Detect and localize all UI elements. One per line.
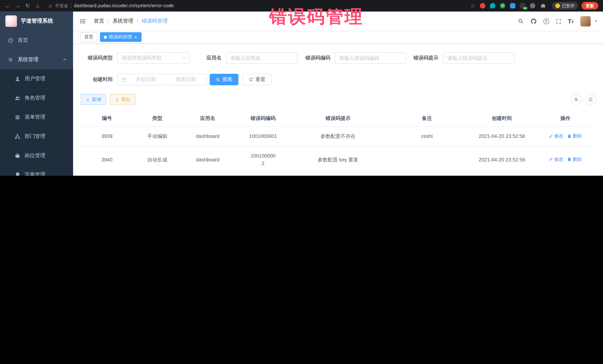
address-bar[interactable]: 不安全 dashboard.yudao.iocoder.cn/system/er…: [48, 3, 174, 9]
delete-link[interactable]: 删除: [567, 132, 582, 139]
error-code-input[interactable]: [335, 52, 406, 64]
add-button[interactable]: 新增: [81, 94, 106, 105]
col-time: 创建时间: [469, 110, 534, 127]
url-text: dashboard.yudao.iocoder.cn/system/error-…: [74, 3, 174, 9]
app-name-input[interactable]: [226, 52, 298, 64]
col-code: 错误码编码: [234, 110, 291, 127]
delete-link[interactable]: 删除: [567, 156, 582, 163]
extension-icon[interactable]: [490, 3, 495, 9]
error-type-select[interactable]: 请选择错误码类型: [117, 52, 190, 64]
dashboard-icon: [8, 37, 13, 43]
extensions-puzzle-icon[interactable]: [540, 3, 546, 9]
edit-icon: [549, 157, 553, 161]
browser-forward-icon[interactable]: [13, 1, 22, 10]
col-message: 错误码提示: [291, 110, 385, 127]
sidebar-item-dict[interactable]: 字典管理: [0, 165, 73, 176]
sidebar-item-post[interactable]: 岗位管理: [0, 146, 73, 165]
filter-label-create-time: 创建时间: [92, 76, 117, 83]
header-search-icon[interactable]: [517, 18, 524, 24]
font-size-icon[interactable]: [568, 18, 574, 24]
filter-label-app-name: 应用名: [206, 55, 226, 61]
cell-code: 100100000 3: [234, 173, 291, 176]
paused-badge[interactable]: 已暂停: [552, 2, 578, 10]
browser-reload-icon[interactable]: [23, 1, 32, 10]
table-row: 3940自动生成dashboard100100000 2参数配置 key 重复2…: [80, 146, 596, 173]
fullscreen-icon[interactable]: [556, 18, 561, 24]
sidebar-item-label: 字典管理: [25, 171, 46, 176]
refresh-icon: [588, 97, 593, 102]
cell-code: 1001000001: [234, 127, 291, 146]
sidebar-item-role[interactable]: 角色管理: [0, 88, 73, 108]
address-divider: [71, 3, 71, 8]
not-secure-warning-icon: [48, 3, 52, 8]
cell-type: 自动生成: [134, 173, 181, 176]
cell-app: dashboard: [181, 146, 234, 173]
extension-icon[interactable]: [520, 3, 525, 9]
extension-icon[interactable]: [500, 3, 505, 9]
cell-remark: ceshi: [385, 127, 469, 146]
filter-label-error-message: 错误码提示: [412, 55, 443, 61]
menu-icon: [15, 114, 20, 120]
search-icon: [574, 97, 578, 102]
export-button[interactable]: 导出: [110, 94, 135, 105]
error-message-input[interactable]: [443, 52, 515, 64]
submenu-system: 用户管理角色管理菜单管理部门管理岗位管理字典管理通知公告审计日志在线用户短信管理…: [0, 69, 73, 176]
logo-image: [5, 15, 17, 27]
user-avatar[interactable]: [580, 16, 591, 26]
filter-label-error-code: 错误码编码: [304, 55, 335, 61]
active-tag-dot: [104, 36, 107, 39]
sidebar-item-dept[interactable]: 部门管理: [0, 127, 73, 146]
browser-home-icon[interactable]: [33, 1, 42, 10]
breadcrumb-system[interactable]: 系统管理: [113, 18, 133, 24]
profile-emoji-icon: [555, 3, 560, 8]
calendar-icon: [122, 77, 127, 82]
breadcrumb-current: 错误码管理: [142, 18, 168, 24]
reset-button[interactable]: 重置: [243, 74, 271, 85]
browser-back-icon[interactable]: [3, 1, 12, 10]
cell-id: 3941: [80, 173, 134, 176]
briefcase-icon: [15, 153, 20, 158]
cell-id: 3940: [80, 146, 134, 173]
avatar-caret-down-icon[interactable]: [594, 19, 598, 23]
tag-error-code[interactable]: 错误码管理: [100, 32, 141, 42]
cell-message: 不能删除类型为系统内置的参数配置: [291, 173, 385, 176]
cell-actions: 修改删除: [534, 173, 596, 176]
tag-home[interactable]: 首页: [80, 32, 97, 42]
breadcrumb-home[interactable]: 首页: [94, 18, 104, 24]
toggle-search-button[interactable]: [571, 94, 581, 105]
browser-update-button[interactable]: 更新: [581, 2, 598, 10]
edit-link[interactable]: 修改: [549, 156, 564, 163]
table-toolbar: 新增 导出: [80, 94, 596, 105]
cell-time: 2021-04-20 23:52:56: [469, 146, 534, 173]
extension-icon[interactable]: [530, 3, 535, 9]
browser-toolbar: 不安全 dashboard.yudao.iocoder.cn/system/er…: [0, 0, 603, 11]
sidebar-item-home[interactable]: 首页: [0, 31, 73, 50]
date-range-picker[interactable]: 开始日期 - 结束日期: [117, 74, 207, 85]
bookmark-star-icon[interactable]: [471, 3, 475, 9]
cell-app: dashboard: [181, 127, 234, 146]
sidebar-item-label: 角色管理: [25, 95, 46, 101]
sidebar-item-user[interactable]: 用户管理: [0, 69, 73, 88]
cell-type: 手动编辑: [134, 127, 181, 146]
extension-icon[interactable]: [480, 3, 485, 9]
table-row: 3939手动编辑dashboard1001000001参数配置不存在ceshi2…: [80, 127, 596, 146]
sidebar-fold-icon[interactable]: [80, 18, 86, 24]
refresh-table-button[interactable]: [585, 94, 596, 105]
tag-close-icon[interactable]: [134, 35, 138, 39]
extension-icon[interactable]: [510, 3, 515, 9]
security-label: 不安全: [55, 3, 68, 9]
edit-link[interactable]: 修改: [549, 132, 564, 139]
filter-row-1: 错误码类型 请选择错误码类型 应用名 错误码编码 错误码提示: [80, 52, 596, 64]
sidebar-menu: 首页系统管理用户管理角色管理菜单管理部门管理岗位管理字典管理通知公告审计日志在线…: [0, 31, 73, 176]
cell-type: 自动生成: [134, 146, 181, 173]
github-icon[interactable]: [530, 18, 537, 24]
search-button[interactable]: 搜索: [210, 74, 238, 85]
sidebar-item-label: 首页: [18, 37, 28, 44]
user-icon: [15, 76, 20, 82]
sidebar-item-system[interactable]: 系统管理: [0, 50, 73, 69]
help-icon[interactable]: [543, 18, 549, 24]
cell-id: 3939: [80, 127, 134, 146]
app-logo: 芋道管理系统: [0, 11, 73, 31]
breadcrumb: 首页 / 系统管理 / 错误码管理: [94, 18, 168, 24]
sidebar-item-menu[interactable]: 菜单管理: [0, 108, 73, 127]
